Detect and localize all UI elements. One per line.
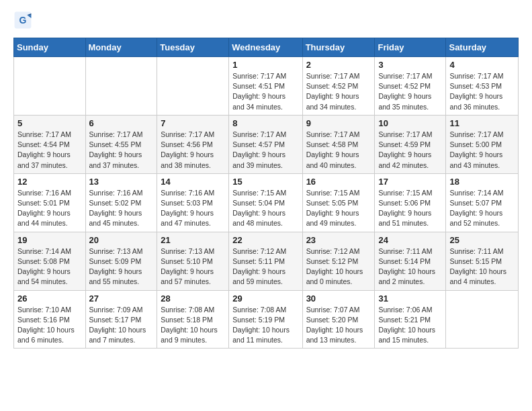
- day-info: Sunrise: 7:17 AMSunset: 5:00 PMDaylight:…: [449, 130, 515, 171]
- calendar-cell: 23Sunrise: 7:12 AMSunset: 5:12 PMDayligh…: [302, 232, 375, 290]
- calendar-header-row: SundayMondayTuesdayWednesdayThursdayFrid…: [14, 38, 519, 57]
- calendar-header-thursday: Thursday: [302, 38, 375, 57]
- calendar-week-4: 19Sunrise: 7:14 AMSunset: 5:08 PMDayligh…: [14, 232, 519, 290]
- calendar-cell: 18Sunrise: 7:14 AMSunset: 5:07 PMDayligh…: [446, 173, 519, 232]
- calendar-header-saturday: Saturday: [446, 38, 519, 57]
- day-info: Sunrise: 7:17 AMSunset: 4:58 PMDaylight:…: [306, 130, 371, 171]
- calendar-table: SundayMondayTuesdayWednesdayThursdayFrid…: [13, 38, 519, 349]
- calendar-cell: 15Sunrise: 7:15 AMSunset: 5:04 PMDayligh…: [229, 173, 302, 232]
- day-info: Sunrise: 7:17 AMSunset: 4:54 PMDaylight:…: [17, 130, 82, 171]
- day-number: 6: [89, 118, 154, 128]
- day-info: Sunrise: 7:13 AMSunset: 5:09 PMDaylight:…: [89, 246, 154, 287]
- calendar-cell: 13Sunrise: 7:16 AMSunset: 5:02 PMDayligh…: [85, 173, 157, 232]
- day-number: 26: [17, 293, 82, 304]
- header: G: [13, 11, 519, 30]
- day-number: 20: [89, 235, 154, 245]
- day-number: 12: [17, 177, 82, 187]
- logo-icon: G: [13, 11, 32, 30]
- calendar-cell: 16Sunrise: 7:15 AMSunset: 5:05 PMDayligh…: [302, 173, 375, 232]
- day-number: 11: [449, 118, 515, 128]
- calendar-cell: 2Sunrise: 7:17 AMSunset: 4:52 PMDaylight…: [302, 57, 375, 116]
- day-number: 23: [306, 235, 371, 245]
- calendar-header-wednesday: Wednesday: [229, 38, 302, 57]
- calendar-cell: [14, 57, 86, 116]
- day-number: 22: [232, 235, 298, 245]
- calendar-cell: 3Sunrise: 7:17 AMSunset: 4:52 PMDaylight…: [375, 57, 446, 116]
- calendar-cell: 28Sunrise: 7:08 AMSunset: 5:18 PMDayligh…: [157, 290, 229, 349]
- day-info: Sunrise: 7:09 AMSunset: 5:17 PMDaylight:…: [89, 305, 154, 346]
- day-number: 3: [378, 60, 442, 70]
- day-number: 24: [378, 235, 442, 245]
- day-info: Sunrise: 7:17 AMSunset: 4:56 PMDaylight:…: [161, 130, 225, 171]
- day-info: Sunrise: 7:17 AMSunset: 4:55 PMDaylight:…: [89, 130, 154, 171]
- calendar-cell: 7Sunrise: 7:17 AMSunset: 4:56 PMDaylight…: [157, 115, 229, 173]
- calendar-week-1: 1Sunrise: 7:17 AMSunset: 4:51 PMDaylight…: [14, 57, 519, 116]
- calendar-cell: 10Sunrise: 7:17 AMSunset: 4:59 PMDayligh…: [375, 115, 446, 173]
- day-number: 10: [378, 118, 442, 128]
- day-number: 21: [161, 235, 225, 245]
- day-number: 5: [17, 118, 82, 128]
- page: G SundayMondayTuesdayWednesdayThursdayFr…: [0, 0, 532, 359]
- calendar-cell: 31Sunrise: 7:06 AMSunset: 5:21 PMDayligh…: [375, 290, 446, 349]
- day-info: Sunrise: 7:12 AMSunset: 5:12 PMDaylight:…: [306, 246, 371, 287]
- day-number: 17: [378, 177, 442, 187]
- day-number: 30: [306, 293, 371, 304]
- day-number: 25: [449, 235, 515, 245]
- calendar-cell: 27Sunrise: 7:09 AMSunset: 5:17 PMDayligh…: [85, 290, 157, 349]
- calendar-cell: 20Sunrise: 7:13 AMSunset: 5:09 PMDayligh…: [85, 232, 157, 290]
- day-info: Sunrise: 7:08 AMSunset: 5:19 PMDaylight:…: [232, 305, 298, 346]
- calendar-cell: [446, 290, 519, 349]
- calendar-week-3: 12Sunrise: 7:16 AMSunset: 5:01 PMDayligh…: [14, 173, 519, 232]
- day-info: Sunrise: 7:10 AMSunset: 5:16 PMDaylight:…: [17, 305, 82, 346]
- day-info: Sunrise: 7:16 AMSunset: 5:01 PMDaylight:…: [17, 188, 82, 229]
- day-number: 28: [161, 293, 225, 304]
- calendar-header-friday: Friday: [375, 38, 446, 57]
- day-number: 8: [232, 118, 298, 128]
- day-number: 4: [449, 60, 515, 70]
- calendar-cell: 19Sunrise: 7:14 AMSunset: 5:08 PMDayligh…: [14, 232, 86, 290]
- calendar-cell: 24Sunrise: 7:11 AMSunset: 5:14 PMDayligh…: [375, 232, 446, 290]
- calendar-cell: [85, 57, 157, 116]
- day-number: 2: [306, 60, 371, 70]
- day-info: Sunrise: 7:06 AMSunset: 5:21 PMDaylight:…: [378, 305, 442, 346]
- calendar-week-5: 26Sunrise: 7:10 AMSunset: 5:16 PMDayligh…: [14, 290, 519, 349]
- calendar-cell: 22Sunrise: 7:12 AMSunset: 5:11 PMDayligh…: [229, 232, 302, 290]
- calendar-cell: 11Sunrise: 7:17 AMSunset: 5:00 PMDayligh…: [446, 115, 519, 173]
- day-number: 31: [378, 293, 442, 304]
- calendar-cell: 8Sunrise: 7:17 AMSunset: 4:57 PMDaylight…: [229, 115, 302, 173]
- day-number: 29: [232, 293, 298, 304]
- svg-text:G: G: [19, 15, 27, 26]
- day-number: 16: [306, 177, 371, 187]
- calendar-cell: 1Sunrise: 7:17 AMSunset: 4:51 PMDaylight…: [229, 57, 302, 116]
- day-info: Sunrise: 7:14 AMSunset: 5:07 PMDaylight:…: [449, 188, 515, 229]
- day-info: Sunrise: 7:11 AMSunset: 5:15 PMDaylight:…: [449, 246, 515, 287]
- calendar-cell: [157, 57, 229, 116]
- logo: G: [13, 11, 35, 30]
- calendar-header-tuesday: Tuesday: [157, 38, 229, 57]
- day-info: Sunrise: 7:17 AMSunset: 4:52 PMDaylight:…: [378, 71, 442, 112]
- day-info: Sunrise: 7:17 AMSunset: 4:59 PMDaylight:…: [378, 130, 442, 171]
- calendar-cell: 5Sunrise: 7:17 AMSunset: 4:54 PMDaylight…: [14, 115, 86, 173]
- day-info: Sunrise: 7:15 AMSunset: 5:05 PMDaylight:…: [306, 188, 371, 229]
- calendar-header-monday: Monday: [85, 38, 157, 57]
- day-info: Sunrise: 7:15 AMSunset: 5:06 PMDaylight:…: [378, 188, 442, 229]
- calendar-cell: 30Sunrise: 7:07 AMSunset: 5:20 PMDayligh…: [302, 290, 375, 349]
- day-number: 1: [232, 60, 298, 70]
- calendar-cell: 6Sunrise: 7:17 AMSunset: 4:55 PMDaylight…: [85, 115, 157, 173]
- day-number: 27: [89, 293, 154, 304]
- day-info: Sunrise: 7:14 AMSunset: 5:08 PMDaylight:…: [17, 246, 82, 287]
- day-info: Sunrise: 7:17 AMSunset: 4:51 PMDaylight:…: [232, 71, 298, 112]
- day-number: 13: [89, 177, 154, 187]
- calendar-cell: 29Sunrise: 7:08 AMSunset: 5:19 PMDayligh…: [229, 290, 302, 349]
- day-number: 18: [449, 177, 515, 187]
- day-info: Sunrise: 7:07 AMSunset: 5:20 PMDaylight:…: [306, 305, 371, 346]
- day-info: Sunrise: 7:17 AMSunset: 4:57 PMDaylight:…: [232, 130, 298, 171]
- calendar-cell: 9Sunrise: 7:17 AMSunset: 4:58 PMDaylight…: [302, 115, 375, 173]
- day-info: Sunrise: 7:16 AMSunset: 5:03 PMDaylight:…: [161, 188, 225, 229]
- calendar-cell: 25Sunrise: 7:11 AMSunset: 5:15 PMDayligh…: [446, 232, 519, 290]
- calendar-week-2: 5Sunrise: 7:17 AMSunset: 4:54 PMDaylight…: [14, 115, 519, 173]
- day-number: 14: [161, 177, 225, 187]
- calendar-cell: 12Sunrise: 7:16 AMSunset: 5:01 PMDayligh…: [14, 173, 86, 232]
- day-number: 15: [232, 177, 298, 187]
- calendar-cell: 21Sunrise: 7:13 AMSunset: 5:10 PMDayligh…: [157, 232, 229, 290]
